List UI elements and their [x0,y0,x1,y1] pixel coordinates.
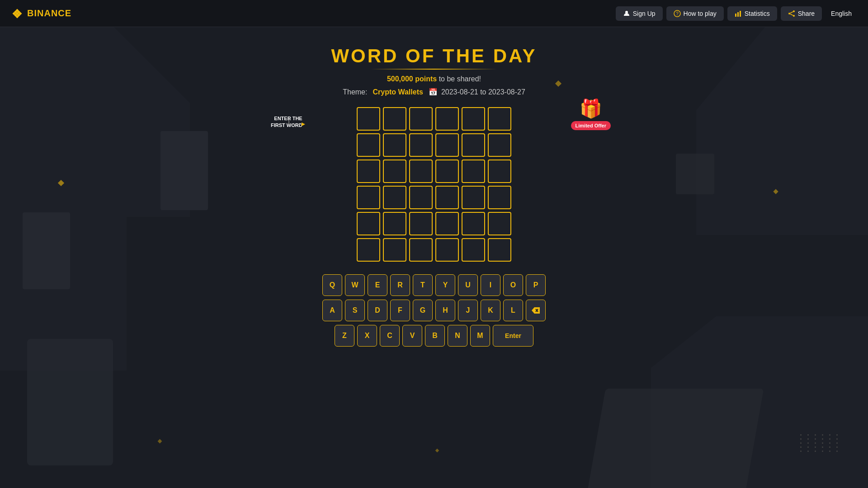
key-A[interactable]: A [322,300,342,321]
grid-row-4 [357,186,511,209]
grid-cell[interactable] [462,107,485,131]
grid-cell[interactable] [435,212,459,235]
key-F[interactable]: F [390,300,410,321]
key-R[interactable]: R [390,274,410,296]
key-S[interactable]: S [345,300,365,321]
grid-cell[interactable] [462,133,485,157]
key-Y[interactable]: Y [435,274,455,296]
grid-cell[interactable] [357,133,380,157]
key-H[interactable]: H [435,300,455,321]
grid-cell[interactable] [357,186,380,209]
grid-cell[interactable] [383,107,406,131]
grid-cell[interactable] [462,238,485,262]
grid-cell[interactable] [488,186,511,209]
grid-cell[interactable] [488,107,511,131]
grid-cell[interactable] [383,238,406,262]
grid-cell[interactable] [435,238,459,262]
grid-cell[interactable] [357,238,380,262]
gift-icon: 🎁 [580,98,602,119]
diamond-deco [158,439,162,444]
grid-row-3 [357,160,511,183]
key-E[interactable]: E [368,274,387,296]
share-button[interactable]: Share [781,6,822,21]
key-I[interactable]: I [481,274,500,296]
key-T[interactable]: T [413,274,433,296]
grid-cell[interactable] [383,212,406,235]
grid-cell[interactable] [435,107,459,131]
grid-cell[interactable] [462,160,485,183]
key-N[interactable]: N [448,325,467,347]
share-icon [788,10,795,17]
grid-cell[interactable] [383,160,406,183]
game-area: ENTER THE FIRST WORD [357,107,511,262]
points-suffix: to be shared! [439,75,481,83]
grid-cell[interactable] [435,186,459,209]
grid-cell[interactable] [409,107,433,131]
theme-value: Crypto Wallets [373,88,423,96]
navbar-right: Sign Up ? How to play Statistics [616,6,857,21]
key-G[interactable]: G [413,300,433,321]
limited-offer-badge: Limited Offer [571,121,611,130]
grid-cell[interactable] [383,133,406,157]
how-to-play-button[interactable]: ? How to play [666,6,724,21]
sign-up-label: Sign Up [633,10,656,17]
deco-device [588,389,764,488]
grid-cell[interactable] [357,212,380,235]
grid-cell[interactable] [409,160,433,183]
key-Z[interactable]: Z [335,325,354,347]
key-D[interactable]: D [368,300,387,321]
first-word-hint: ENTER THE FIRST WORD [271,115,302,129]
grid-cell[interactable] [462,186,485,209]
grid-cell[interactable] [357,160,380,183]
svg-line-19 [790,14,793,15]
key-Q[interactable]: Q [322,274,342,296]
statistics-button[interactable]: Statistics [727,6,777,21]
language-button[interactable]: English [826,6,857,21]
key-K[interactable]: K [481,300,500,321]
grid-cell[interactable] [488,238,511,262]
grid-cell[interactable] [357,107,380,131]
svg-text:?: ? [676,11,679,16]
game-grid [357,107,511,262]
grid-row-5 [357,212,511,235]
sign-up-button[interactable]: Sign Up [616,6,663,21]
date-range-text: 2023-08-21 to 2023-08-27 [441,88,525,96]
grid-cell[interactable] [435,160,459,183]
grid-cell[interactable] [488,160,511,183]
limited-offer-container[interactable]: 🎁 Limited Offer [571,98,611,130]
grid-cell[interactable] [409,212,433,235]
grid-cell[interactable] [462,212,485,235]
binance-logo-text: BINANCE [27,8,71,19]
share-label: Share [798,10,815,17]
keyboard: Q W E R T Y U I O P A S D F G H J K L [322,274,546,347]
grid-row-1 [357,107,511,131]
enter-button[interactable]: Enter [493,325,533,347]
points-value: 500,000 points [387,75,437,83]
user-icon [623,10,630,17]
grid-cell[interactable] [383,186,406,209]
statistics-label: Statistics [745,10,770,17]
key-W[interactable]: W [345,274,365,296]
key-X[interactable]: X [357,325,377,347]
grid-cell[interactable] [488,133,511,157]
grid-cell[interactable] [435,133,459,157]
key-P[interactable]: P [526,274,546,296]
key-B[interactable]: B [425,325,445,347]
key-V[interactable]: V [402,325,422,347]
binance-logo[interactable]: BINANCE [11,7,71,20]
svg-point-15 [793,10,795,12]
key-L[interactable]: L [503,300,523,321]
grid-cell[interactable] [488,212,511,235]
key-U[interactable]: U [458,274,478,296]
key-J[interactable]: J [458,300,478,321]
key-M[interactable]: M [470,325,490,347]
key-O[interactable]: O [503,274,523,296]
page-title: WORD OF THE DAY [331,45,537,67]
grid-cell[interactable] [409,186,433,209]
svg-marker-22 [302,122,305,126]
grid-cell[interactable] [409,238,433,262]
grid-cell[interactable] [409,133,433,157]
keyboard-row-1: Q W E R T Y U I O P [322,274,546,296]
key-C[interactable]: C [380,325,400,347]
backspace-button[interactable] [526,300,546,321]
